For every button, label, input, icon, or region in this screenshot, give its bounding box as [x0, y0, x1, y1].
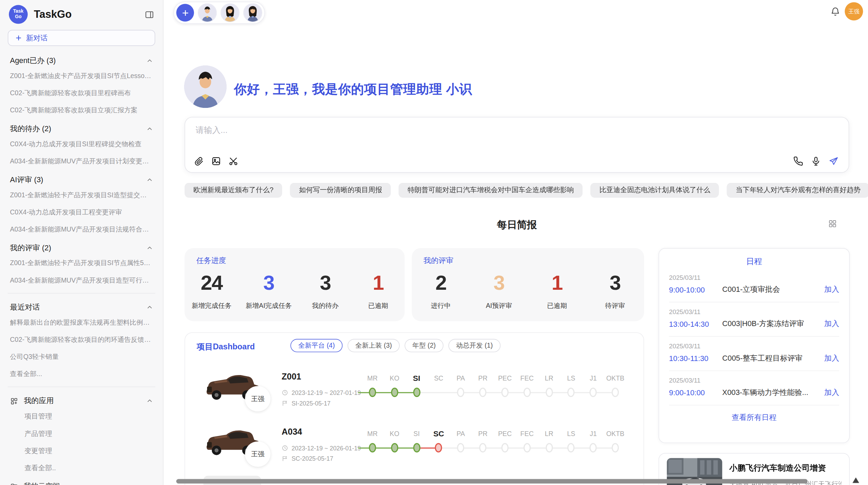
- news-title: 小鹏飞行汽车制造公司增资: [730, 463, 842, 474]
- schedule-item: 2025/03/1113:00-14:30C003|H0B-方案冻结评审加入: [669, 302, 839, 337]
- sidebar-item[interactable]: A034-全新新能源MUV产品开发项目法规符合性评审: [7, 221, 156, 238]
- suggestion-chip[interactable]: 当下年轻人对汽车外观有怎样的喜好趋势: [727, 183, 868, 198]
- app-link[interactable]: 查看全部..: [7, 460, 156, 477]
- sidebar-item[interactable]: C02-飞腾新能源轻客改款项目立项汇报方案: [7, 102, 156, 119]
- milestone-dots: [361, 387, 626, 399]
- project-code: Z001: [281, 372, 301, 382]
- milestone-dot-todo: [545, 443, 553, 452]
- join-meeting-link[interactable]: 加入: [824, 388, 839, 398]
- sidebar-item-folder[interactable]: 我的云空间: [7, 477, 156, 485]
- project-date-range: 2023-12-19 ~ 2027-01-19: [291, 389, 361, 396]
- sidebar-item[interactable]: A034-全新新能源MUV产品开发项目计划变更表编写: [7, 153, 156, 170]
- stat-value: 1: [538, 273, 576, 293]
- sidebar-sections: Agent已办 (3)Z001-全新燃油皮卡产品开发项目SI节点Lesson L…: [7, 51, 156, 485]
- recent-chat-item[interactable]: 解释最新出台的欧盟报废车法规再生塑料比例被调至15%...: [7, 314, 156, 331]
- milestone-label: KO: [384, 373, 406, 384]
- sidebar-section-header-label: 我的评审 (2): [10, 243, 51, 253]
- notifications-bell-icon[interactable]: [830, 7, 840, 16]
- app-link[interactable]: 产品管理: [7, 425, 156, 443]
- dashboard-tab[interactable]: 动总开发 (1): [448, 339, 501, 352]
- my-review-card: 我的评审2进行中3AI预评审1已逾期3待评审: [412, 248, 644, 321]
- milestone-label: PA: [450, 428, 472, 439]
- sidebar-item[interactable]: C0X4-动力总成开发项目SI里程碑提交物检查: [7, 136, 156, 153]
- view-all-chats-link[interactable]: 查看全部...: [7, 365, 156, 383]
- project-date-range: 2023-12-19 ~ 2026-01-19: [291, 445, 361, 451]
- microphone-icon[interactable]: [811, 156, 821, 166]
- divider: [8, 293, 155, 294]
- daily-briefing-title: 每日简报: [184, 218, 849, 232]
- sidebar-item[interactable]: Z001-全新燃油轻卡产品开发项目SI节点属性5D文件评审: [7, 255, 156, 272]
- sidebar-item[interactable]: C0X4-动力总成开发项目工程变更评审: [7, 204, 156, 221]
- milestone-label: SC: [427, 428, 449, 439]
- sidebar-section-header[interactable]: 我的待办 (2): [7, 119, 156, 136]
- sidebar-section-apps[interactable]: 我的应用: [7, 391, 156, 408]
- milestone-label: FEC: [516, 428, 538, 439]
- sidebar-item[interactable]: C02-飞腾新能源轻客改款项目里程碑画布: [7, 85, 156, 102]
- image-icon[interactable]: [211, 156, 221, 166]
- add-collaborator-button[interactable]: [176, 4, 194, 22]
- join-meeting-link[interactable]: 加入: [824, 353, 839, 363]
- suggestion-chip[interactable]: 欧洲新规最近颁布了什么?: [184, 183, 282, 198]
- scissors-icon[interactable]: [228, 156, 238, 166]
- suggestion-chip[interactable]: 比亚迪全固态电池计划具体说了什么: [591, 183, 719, 198]
- sidebar-section-header[interactable]: AI评审 (3): [7, 170, 156, 187]
- avatar-2[interactable]: [221, 3, 240, 22]
- avatar-1[interactable]: [198, 3, 217, 22]
- collapse-sidebar-icon[interactable]: [145, 10, 154, 19]
- stat-value: 3: [596, 273, 635, 293]
- app-title: TaskGo: [34, 8, 145, 21]
- milestone-dot-done: [391, 443, 398, 452]
- schedule-name: X003-车辆动力学性能验...: [722, 388, 824, 398]
- user-avatar[interactable]: 王强: [845, 2, 863, 20]
- attachment-icon[interactable]: [194, 156, 204, 166]
- suggestion-chips: 欧洲新规最近颁布了什么?如何写一份清晰的项目周报特朗普可能对进口汽车增税会对中国…: [184, 183, 868, 198]
- sidebar-section-recent[interactable]: 最近对话: [7, 297, 156, 314]
- schedule-name: C003|H0B-方案冻结评审: [722, 319, 824, 329]
- milestone-line-done: [358, 392, 417, 393]
- stat: 24新增完成任务: [192, 273, 231, 311]
- milestone-label: OKTB: [604, 373, 626, 384]
- milestone-dots: [361, 442, 626, 454]
- suggestion-chip[interactable]: 如何写一份清晰的项目周报: [290, 183, 391, 198]
- dashboard-tab[interactable]: 年型 (2): [405, 339, 443, 352]
- sidebar-item[interactable]: A034-全新新能源MUV产品开发项目造型可行性评审: [7, 272, 156, 289]
- recent-chat-item[interactable]: 公司Q3轻卡销量: [7, 348, 156, 365]
- stat-value: 24: [192, 273, 231, 293]
- scroll-corner-handle[interactable]: [853, 477, 859, 483]
- sidebar-section-header[interactable]: Agent已办 (3): [7, 51, 156, 68]
- chat-input-card: [184, 117, 849, 173]
- project-flag-date: SC-2025-05-17: [281, 455, 333, 462]
- join-meeting-link[interactable]: 加入: [824, 285, 839, 295]
- milestone-label: J1: [582, 428, 604, 439]
- milestone-dot-done: [413, 443, 420, 452]
- view-all-schedule-link[interactable]: 查看所有日程: [659, 406, 849, 423]
- new-chat-button[interactable]: 新对话: [8, 30, 155, 46]
- send-icon[interactable]: [829, 156, 839, 166]
- app-link[interactable]: 变更管理: [7, 443, 156, 460]
- milestone-label: J1: [582, 373, 604, 384]
- phone-call-icon[interactable]: [793, 156, 803, 166]
- clock-icon: [281, 445, 288, 451]
- project-code: A034: [281, 427, 302, 437]
- app-link[interactable]: 项目管理: [7, 408, 156, 425]
- project-flag-label: SC-2025-05-17: [291, 455, 333, 462]
- sidebar-section-header[interactable]: 我的评审 (2): [7, 238, 156, 255]
- dashboard-tab[interactable]: 全新平台 (4): [290, 339, 342, 352]
- horizontal-scrollbar[interactable]: [176, 479, 808, 484]
- project-row: 王强Z0012023-12-19 ~ 2027-01-19SI-2025-05-…: [185, 365, 643, 421]
- chat-input[interactable]: [196, 125, 695, 134]
- greeting-text: 你好，王强，我是你的项目管理助理 小识: [234, 81, 472, 98]
- suggestion-chip[interactable]: 特朗普可能对进口汽车增税会对中国车企造成哪些影响: [399, 183, 583, 198]
- dashboard-tab[interactable]: 全新上装 (3): [348, 339, 400, 352]
- avatar-3[interactable]: [243, 3, 262, 22]
- join-meeting-link[interactable]: 加入: [824, 319, 839, 329]
- milestone-label: MR: [361, 428, 383, 439]
- sidebar-item[interactable]: Z001-全新燃油皮卡产品开发项目SI节点Lesson Learn报告: [7, 67, 156, 85]
- logo-line2: Go: [15, 14, 22, 20]
- milestone-line-done: [358, 447, 417, 448]
- milestone-dot-todo: [501, 388, 508, 397]
- chevron-up-icon: [146, 245, 153, 251]
- recent-chat-item[interactable]: C02-飞腾新能源轻客改款项目的闭环通告反馈情况: [7, 331, 156, 348]
- sidebar-item[interactable]: Z001-全新燃油轻卡产品开发项目SI造型提交物评审: [7, 187, 156, 204]
- layout-grid-icon[interactable]: [828, 219, 837, 228]
